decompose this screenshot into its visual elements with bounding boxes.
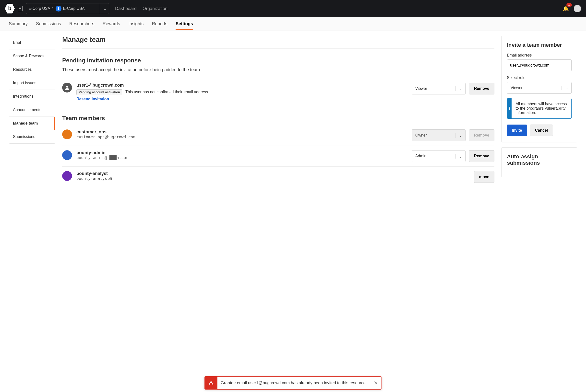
info-icon: i [507,98,511,118]
role-value: Admin [412,154,455,158]
sidebar-item-submissions[interactable]: Submissions [9,130,55,144]
role-select-owner: Owner ⌄ [412,130,465,141]
top-nav: Dashboard Organization [115,6,167,11]
tab-submissions[interactable]: Submissions [36,18,61,30]
topbar-right: 🔔 57 [563,5,581,12]
info-banner: i All members will have access to the pr… [507,98,571,119]
avatar-placeholder-icon [62,83,72,92]
notifications-bell[interactable]: 🔔 57 [563,6,569,12]
page-title: Manage team [62,36,494,49]
team-member-row: bounty-analyst bounty-analyst@ ⌄ move [62,167,494,187]
remove-button[interactable]: Remove [469,150,494,162]
sidebar-item-import-issues[interactable]: Import issues [9,76,55,90]
tab-summary[interactable]: Summary [9,18,28,30]
pending-user-row: user1@bugcrowd.com Pending account activ… [62,78,494,106]
autoassign-card: Auto-assign submissions [501,147,577,177]
pending-heading: Pending invitation response [62,57,494,64]
status-pill: Pending account activation [76,89,122,95]
member-email: bounty-analyst@ [76,176,412,181]
chevron-down-icon: ⌄ [455,133,465,138]
remove-button[interactable]: move [474,171,494,183]
tab-researchers[interactable]: Researchers [69,18,94,30]
tab-settings[interactable]: Settings [176,18,193,30]
avatar [62,130,72,139]
pending-description: These users must accept the invitation b… [62,67,494,72]
topbar: b E-Corp USA / ✱ E-Corp USA ⌄ Dashboard … [0,0,586,17]
sidebar-item-resources[interactable]: Resources [9,63,55,76]
brand-logo[interactable]: b [5,4,15,14]
team-members-heading: Team members [62,115,494,122]
pending-user-email: user1@bugcrowd.com [76,83,407,88]
tab-rewards[interactable]: Rewards [103,18,120,30]
settings-sidebar: Brief Scope & Rewards Resources Import i… [9,36,55,144]
bell-icon: 🔔 [563,6,569,11]
invite-role-select[interactable]: Viewer ⌄ [507,82,571,94]
member-name: bounty-analyst [76,171,412,176]
doc-icon[interactable] [18,6,23,11]
invite-email-input[interactable] [507,60,571,71]
chevron-down-icon: ⌄ [455,86,465,91]
pending-role-select[interactable]: Viewer ⌄ [412,83,465,94]
chevron-down-icon: ⌄ [455,154,465,158]
remove-button-disabled: Remove [469,130,494,141]
status-text: · This user has not confirmed their emai… [123,90,209,94]
sidebar-item-announcements[interactable]: Announcements [9,103,55,117]
remove-pending-button[interactable]: Remove [469,83,494,94]
invite-button[interactable]: Invite [507,124,527,136]
invite-role-value: Viewer [507,86,561,90]
role-select[interactable]: Admin ⌄ [412,150,465,162]
main-content: Manage team Pending invitation response … [62,36,494,187]
breadcrumb-sep: / [52,6,53,11]
sidebar-item-manage-team[interactable]: Manage team [9,117,55,130]
pending-role-value: Viewer [412,86,455,91]
member-email: customer_ops@bugcrowd.com [76,134,407,139]
info-text: All members will have access to the prog… [511,98,571,118]
team-member-row: customer_ops customer_ops@bugcrowd.com O… [62,125,494,146]
tab-reports[interactable]: Reports [152,18,167,30]
resend-invitation-link[interactable]: Resend invitation [76,97,109,101]
role-label: Select role [507,76,571,80]
breadcrumb-org: E-Corp USA [29,6,50,11]
sidebar-item-integrations[interactable]: Integrations [9,90,55,103]
chevron-down-icon: ⌄ [561,86,571,90]
sidebar-item-scope-rewards[interactable]: Scope & Rewards [9,50,55,63]
chevron-down-icon[interactable]: ⌄ [100,4,107,14]
member-name: bounty-admin [76,150,407,156]
user-avatar[interactable] [574,5,581,12]
nav-dashboard[interactable]: Dashboard [115,6,137,11]
cancel-button[interactable]: Cancel [530,124,553,136]
nav-organization[interactable]: Organization [143,6,167,11]
avatar [62,150,72,160]
invite-card: Invite a team member Email address Selec… [501,36,577,142]
program-selector[interactable]: E-Corp USA / ✱ E-Corp USA ⌄ [26,3,109,14]
email-label: Email address [507,53,571,58]
breadcrumb-program: E-Corp USA [63,6,85,11]
invite-heading: Invite a team member [507,42,571,48]
sidebar-item-brief[interactable]: Brief [9,36,55,50]
program-subnav: Summary Submissions Researchers Rewards … [0,17,586,31]
tab-insights[interactable]: Insights [128,18,144,30]
autoassign-heading: Auto-assign submissions [507,154,571,166]
avatar [62,171,72,181]
role-value: Owner [412,133,455,138]
svg-point-0 [66,86,68,88]
team-member-row: bounty-admin bounty-admin@r███a.com Admi… [62,146,494,167]
bug-icon: ✱ [56,6,62,12]
member-email: bounty-admin@r███a.com [76,156,407,160]
notification-badge: 57 [566,3,572,6]
member-name: customer_ops [76,130,407,134]
